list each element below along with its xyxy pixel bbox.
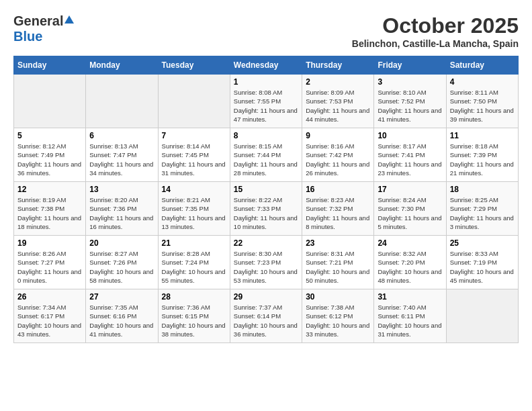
- weekday-header: Saturday: [446, 56, 518, 75]
- day-info: Sunrise: 8:11 AM Sunset: 7:50 PM Dayligh…: [450, 88, 515, 124]
- calendar-cell: 15Sunrise: 8:22 AM Sunset: 7:33 PM Dayli…: [230, 182, 302, 236]
- calendar-cell: 9Sunrise: 8:16 AM Sunset: 7:42 PM Daylig…: [302, 128, 374, 182]
- calendar-cell: 23Sunrise: 8:31 AM Sunset: 7:21 PM Dayli…: [302, 236, 374, 289]
- day-number: 4: [450, 77, 515, 87]
- calendar-cell: 22Sunrise: 8:30 AM Sunset: 7:23 PM Dayli…: [230, 236, 302, 289]
- day-number: 31: [378, 292, 442, 302]
- day-info: Sunrise: 8:13 AM Sunset: 7:47 PM Dayligh…: [89, 142, 154, 177]
- day-info: Sunrise: 8:18 AM Sunset: 7:39 PM Dayligh…: [450, 142, 515, 177]
- day-number: 9: [306, 131, 370, 140]
- day-number: 8: [234, 131, 298, 140]
- day-number: 27: [89, 292, 154, 302]
- calendar-table: SundayMondayTuesdayWednesdayThursdayFrid…: [13, 56, 519, 343]
- day-info: Sunrise: 8:30 AM Sunset: 7:23 PM Dayligh…: [234, 249, 298, 285]
- day-number: 11: [450, 131, 515, 140]
- calendar-cell: 31Sunrise: 7:40 AM Sunset: 6:11 PM Dayli…: [374, 289, 446, 343]
- calendar-cell: 11Sunrise: 8:18 AM Sunset: 7:39 PM Dayli…: [446, 128, 518, 182]
- calendar-cell: 29Sunrise: 7:37 AM Sunset: 6:14 PM Dayli…: [230, 289, 302, 343]
- day-number: 29: [234, 292, 298, 302]
- calendar-cell: 30Sunrise: 7:38 AM Sunset: 6:12 PM Dayli…: [302, 289, 374, 343]
- calendar-cell: 2Sunrise: 8:09 AM Sunset: 7:53 PM Daylig…: [302, 75, 374, 128]
- day-info: Sunrise: 8:08 AM Sunset: 7:55 PM Dayligh…: [234, 88, 298, 124]
- day-number: 26: [17, 292, 82, 302]
- calendar-cell: 24Sunrise: 8:32 AM Sunset: 7:20 PM Dayli…: [374, 236, 446, 289]
- calendar-cell: 17Sunrise: 8:24 AM Sunset: 7:30 PM Dayli…: [374, 182, 446, 236]
- calendar-cell: 16Sunrise: 8:23 AM Sunset: 7:32 PM Dayli…: [302, 182, 374, 236]
- calendar-cell: 5Sunrise: 8:12 AM Sunset: 7:49 PM Daylig…: [14, 128, 86, 182]
- weekday-header: Thursday: [302, 56, 374, 75]
- logo: General Blue: [13, 13, 76, 44]
- day-info: Sunrise: 7:36 AM Sunset: 6:15 PM Dayligh…: [162, 303, 226, 338]
- day-number: 28: [162, 292, 226, 302]
- calendar-cell: 14Sunrise: 8:21 AM Sunset: 7:35 PM Dayli…: [158, 182, 230, 236]
- day-info: Sunrise: 8:25 AM Sunset: 7:29 PM Dayligh…: [450, 195, 515, 231]
- svg-marker-0: [64, 15, 74, 24]
- calendar-cell: 6Sunrise: 8:13 AM Sunset: 7:47 PM Daylig…: [86, 128, 158, 182]
- day-info: Sunrise: 7:37 AM Sunset: 6:14 PM Dayligh…: [234, 303, 298, 338]
- day-number: 19: [17, 238, 82, 248]
- day-info: Sunrise: 8:26 AM Sunset: 7:27 PM Dayligh…: [17, 249, 82, 285]
- day-number: 14: [162, 185, 226, 194]
- day-number: 16: [306, 185, 370, 194]
- day-info: Sunrise: 8:27 AM Sunset: 7:26 PM Dayligh…: [89, 249, 154, 285]
- day-info: Sunrise: 8:23 AM Sunset: 7:32 PM Dayligh…: [306, 195, 370, 231]
- day-number: 5: [17, 131, 82, 140]
- day-info: Sunrise: 8:10 AM Sunset: 7:52 PM Dayligh…: [378, 88, 442, 124]
- day-info: Sunrise: 8:09 AM Sunset: 7:53 PM Dayligh…: [306, 88, 370, 124]
- month-title: October 2025: [352, 13, 519, 38]
- calendar-cell: 12Sunrise: 8:19 AM Sunset: 7:38 PM Dayli…: [14, 182, 86, 236]
- day-info: Sunrise: 7:40 AM Sunset: 6:11 PM Dayligh…: [378, 303, 442, 338]
- calendar-cell: 13Sunrise: 8:20 AM Sunset: 7:36 PM Dayli…: [86, 182, 158, 236]
- day-number: 22: [234, 238, 298, 248]
- day-number: 17: [378, 185, 442, 194]
- calendar-cell: 7Sunrise: 8:14 AM Sunset: 7:45 PM Daylig…: [158, 128, 230, 182]
- title-area: October 2025 Belinchon, Castille-La Manc…: [352, 13, 519, 49]
- day-number: 1: [234, 77, 298, 87]
- calendar-cell: 25Sunrise: 8:33 AM Sunset: 7:19 PM Dayli…: [446, 236, 518, 289]
- day-info: Sunrise: 8:14 AM Sunset: 7:45 PM Dayligh…: [162, 142, 226, 177]
- calendar-cell: 10Sunrise: 8:17 AM Sunset: 7:41 PM Dayli…: [374, 128, 446, 182]
- day-number: 12: [17, 185, 82, 194]
- day-info: Sunrise: 7:38 AM Sunset: 6:12 PM Dayligh…: [306, 303, 370, 338]
- day-info: Sunrise: 8:12 AM Sunset: 7:49 PM Dayligh…: [17, 142, 82, 177]
- header: General Blue October 2025 Belinchon, Cas…: [13, 13, 519, 49]
- day-info: Sunrise: 8:16 AM Sunset: 7:42 PM Dayligh…: [306, 142, 370, 177]
- day-number: 20: [89, 238, 154, 248]
- calendar-cell: 21Sunrise: 8:28 AM Sunset: 7:24 PM Dayli…: [158, 236, 230, 289]
- calendar-cell: 26Sunrise: 7:34 AM Sunset: 6:17 PM Dayli…: [14, 289, 86, 343]
- day-number: 25: [450, 238, 515, 248]
- calendar-cell: [446, 289, 518, 343]
- weekday-header: Tuesday: [158, 56, 230, 75]
- day-info: Sunrise: 8:32 AM Sunset: 7:20 PM Dayligh…: [378, 249, 442, 285]
- day-number: 2: [306, 77, 370, 87]
- day-info: Sunrise: 8:33 AM Sunset: 7:19 PM Dayligh…: [450, 249, 515, 285]
- day-number: 18: [450, 185, 515, 194]
- day-info: Sunrise: 8:22 AM Sunset: 7:33 PM Dayligh…: [234, 195, 298, 231]
- calendar-cell: [14, 75, 86, 128]
- day-info: Sunrise: 8:17 AM Sunset: 7:41 PM Dayligh…: [378, 142, 442, 177]
- day-info: Sunrise: 8:21 AM Sunset: 7:35 PM Dayligh…: [162, 195, 226, 231]
- day-info: Sunrise: 8:15 AM Sunset: 7:44 PM Dayligh…: [234, 142, 298, 177]
- calendar-cell: [158, 75, 230, 128]
- day-info: Sunrise: 8:20 AM Sunset: 7:36 PM Dayligh…: [89, 195, 154, 231]
- calendar-cell: [86, 75, 158, 128]
- location: Belinchon, Castille-La Mancha, Spain: [352, 38, 519, 49]
- calendar-cell: 20Sunrise: 8:27 AM Sunset: 7:26 PM Dayli…: [86, 236, 158, 289]
- day-number: 13: [89, 185, 154, 194]
- day-number: 23: [306, 238, 370, 248]
- day-number: 21: [162, 238, 226, 248]
- calendar-cell: 18Sunrise: 8:25 AM Sunset: 7:29 PM Dayli…: [446, 182, 518, 236]
- day-info: Sunrise: 8:19 AM Sunset: 7:38 PM Dayligh…: [17, 195, 82, 231]
- weekday-header: Wednesday: [230, 56, 302, 75]
- calendar-cell: 19Sunrise: 8:26 AM Sunset: 7:27 PM Dayli…: [14, 236, 86, 289]
- logo-triangle-icon: [64, 14, 75, 25]
- weekday-header: Friday: [374, 56, 446, 75]
- calendar-cell: 8Sunrise: 8:15 AM Sunset: 7:44 PM Daylig…: [230, 128, 302, 182]
- day-info: Sunrise: 8:31 AM Sunset: 7:21 PM Dayligh…: [306, 249, 370, 285]
- day-number: 3: [378, 77, 442, 87]
- day-number: 6: [89, 131, 154, 140]
- day-info: Sunrise: 7:35 AM Sunset: 6:16 PM Dayligh…: [89, 303, 154, 338]
- day-info: Sunrise: 7:34 AM Sunset: 6:17 PM Dayligh…: [17, 303, 82, 338]
- day-info: Sunrise: 8:28 AM Sunset: 7:24 PM Dayligh…: [162, 249, 226, 285]
- calendar-cell: 3Sunrise: 8:10 AM Sunset: 7:52 PM Daylig…: [374, 75, 446, 128]
